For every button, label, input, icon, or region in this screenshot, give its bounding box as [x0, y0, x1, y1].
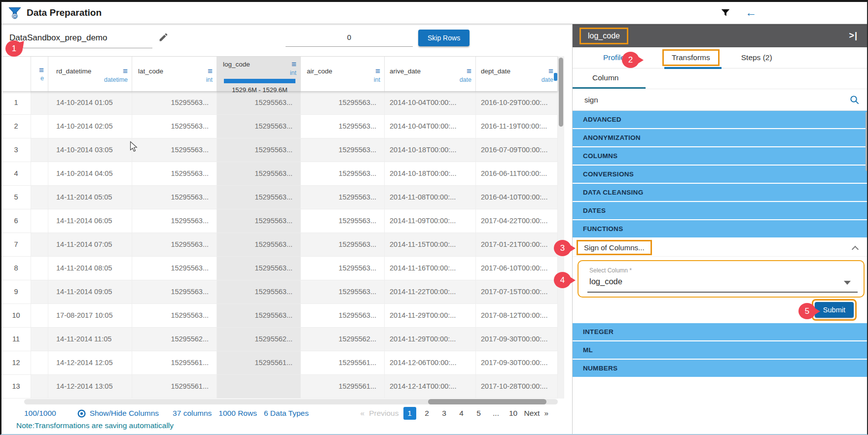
category-ml[interactable]: ML	[573, 341, 868, 359]
collapse-panel-icon[interactable]: >|	[849, 31, 858, 41]
partial-column-header[interactable]: ≡ e	[31, 57, 48, 91]
annotation-badge-4: 4	[554, 272, 571, 288]
tab-steps[interactable]: Steps (2)	[741, 53, 772, 62]
column-header-lat-code[interactable]: lat_code≡ int	[132, 57, 217, 91]
column-header-rd-datetime[interactable]: rd_datetime≡ datetime	[48, 57, 132, 91]
page-button-2[interactable]: 2	[421, 407, 434, 420]
columns-count: 37 columns	[173, 409, 212, 418]
dropdown-underline	[587, 292, 858, 293]
category-dates[interactable]: DATES	[573, 202, 868, 219]
subtab-column[interactable]: Column	[592, 73, 618, 82]
data-table: ≡ e rd_datetime≡ datetime lat_code≡ int …	[1, 56, 558, 399]
column-header-air-code[interactable]: air_code≡ int	[301, 57, 385, 91]
active-subtab-underline	[573, 87, 646, 89]
table-row: 1 14-10-2014 01:0515295563... 15295563..…	[1, 91, 558, 115]
column-menu-icon[interactable]: ≡	[291, 62, 296, 67]
table-row: 13 14-12-2014 13:0515295561... 15295561.…	[1, 375, 558, 399]
page-button-4[interactable]: 4	[455, 407, 468, 420]
column-menu-icon[interactable]: ≡	[548, 68, 553, 74]
search-icon[interactable]	[849, 95, 860, 107]
transform-search: sign	[573, 89, 868, 111]
page-button-3[interactable]: 3	[438, 407, 451, 420]
page-ellipsis[interactable]: ...	[490, 407, 503, 420]
table-row: 2 14-10-2014 02:0515295563... 15295563..…	[1, 115, 558, 138]
topbar: ⚙ Data Preparation ←	[1, 2, 867, 24]
back-arrow-icon[interactable]: ←	[745, 6, 757, 19]
last-page-button[interactable]: »	[544, 409, 548, 418]
dropdown-caret-icon[interactable]	[844, 281, 851, 285]
app-title: Data Preparation	[27, 7, 102, 18]
previous-page-button[interactable]: Previous	[369, 409, 398, 418]
transform-search-input[interactable]: sign	[584, 96, 598, 104]
pagination: « Previous 1 2 3 4 5 ... 10 Next »	[361, 407, 548, 420]
table-row: 4 14-10-2014 04:0515295563... 15295563..…	[1, 162, 558, 186]
transform-sign-of-columns-row[interactable]: Sign of Columns...	[573, 238, 868, 257]
table-footer-bar: 100/1000 Show/Hide Columns 37 columns 10…	[1, 405, 572, 421]
column-menu-icon[interactable]: ≡	[375, 68, 380, 74]
transforms-sidebar: log_code >| Profile Transforms Steps (2)…	[572, 24, 868, 435]
category-conversions[interactable]: CONVERSIONS	[573, 166, 868, 183]
column-value-range: 1529.6M - 1529.6M	[223, 86, 296, 94]
next-page-button[interactable]: Next	[524, 409, 540, 418]
select-column-dropdown[interactable]: log_code	[589, 277, 622, 286]
column-header-log-code-selected[interactable]: log_code≡ int 1529.6M - 1529.6M	[217, 57, 301, 91]
table-header-row: ≡ e rd_datetime≡ datetime lat_code≡ int …	[1, 57, 558, 91]
vertical-scrollbar[interactable]	[558, 56, 564, 399]
skip-rows-input[interactable]: 0	[286, 31, 413, 47]
category-columns[interactable]: COLUMNS	[573, 147, 868, 165]
select-column-form: Select Column * log_code	[578, 260, 865, 298]
filter-icon[interactable]	[720, 7, 731, 20]
category-functions[interactable]: FUNCTIONS	[573, 220, 868, 237]
table-row: 11 14-11-2014 11:0515295562... 15295562.…	[1, 328, 558, 351]
histogram-bar	[224, 79, 295, 83]
category-anonymization[interactable]: ANONYMIZATION	[573, 129, 868, 146]
annotation-badge-1: 1	[5, 40, 23, 57]
selected-column-title: log_code	[579, 28, 628, 44]
page-button-10[interactable]: 10	[507, 407, 520, 420]
row-number-header	[1, 57, 31, 91]
submit-row: Submit	[573, 298, 868, 323]
eye-icon	[77, 409, 86, 418]
annotation-badge-3: 3	[554, 240, 571, 256]
column-header-dept-date[interactable]: dept_date≡ date	[476, 57, 558, 91]
edit-pencil-icon[interactable]	[158, 32, 169, 44]
transform-sign-of-columns-label[interactable]: Sign of Columns...	[577, 240, 652, 255]
chevron-up-icon[interactable]	[852, 246, 859, 253]
category-numbers[interactable]: NUMBERS	[573, 360, 868, 377]
sidebar-subtabs: Column	[573, 68, 868, 89]
category-integer[interactable]: INTEGER	[573, 323, 868, 340]
category-data-cleansing[interactable]: DATA CLEANSING	[573, 184, 868, 201]
submit-button[interactable]: Submit	[815, 302, 854, 318]
column-menu-icon[interactable]: ≡	[467, 68, 471, 74]
skip-rows-button[interactable]: Skip Rows	[418, 30, 470, 46]
tab-transforms-active[interactable]: Transforms	[662, 49, 720, 66]
dataset-name-input[interactable]: DataSandbox_prep_demo	[8, 31, 152, 48]
table-row: 3 14-10-2014 03:0515295563... 15295563..…	[1, 138, 558, 162]
page-button-5[interactable]: 5	[472, 407, 485, 420]
column-header-arive-date[interactable]: arive_date≡ date	[385, 57, 476, 91]
column-menu-icon[interactable]: ≡	[39, 67, 44, 73]
table-row: 7 14-11-2014 07:0515295563... 15295563..…	[1, 233, 558, 257]
horizontal-scrollbar-thumb[interactable]	[428, 399, 546, 404]
table-row: 12 14-12-2014 12:0515295561... 15295561.…	[1, 351, 558, 375]
svg-text:⚙: ⚙	[12, 13, 17, 19]
annotation-badge-5: 5	[798, 303, 816, 319]
app-logo-funnel-icon: ⚙	[7, 5, 22, 20]
first-page-button[interactable]: «	[361, 409, 365, 418]
column-menu-icon[interactable]: ≡	[123, 68, 128, 74]
table-row: 6 14-11-2014 06:0515295563... 15295563..…	[1, 209, 558, 233]
mouse-cursor	[130, 141, 138, 154]
table-row: 5 14-11-2014 05:0515295563... 15295563..…	[1, 186, 558, 209]
data-types-count: 6 Data Types	[264, 409, 309, 418]
category-advanced[interactable]: ADVANCED	[573, 111, 868, 128]
vertical-scrollbar-thumb[interactable]	[559, 58, 563, 127]
sidebar-header: log_code >|	[573, 24, 868, 47]
table-body: 1 14-10-2014 01:0515295563... 15295563..…	[1, 91, 558, 399]
show-hide-columns-button[interactable]: Show/Hide Columns	[77, 409, 159, 418]
sidebar-scrollbar[interactable]	[866, 112, 868, 171]
select-column-label: Select Column *	[589, 267, 632, 274]
column-menu-icon[interactable]: ≡	[208, 68, 213, 74]
horizontal-scrollbar[interactable]	[24, 399, 558, 404]
rows-count: 1000 Rows	[218, 409, 257, 418]
page-button-1[interactable]: 1	[403, 407, 416, 420]
